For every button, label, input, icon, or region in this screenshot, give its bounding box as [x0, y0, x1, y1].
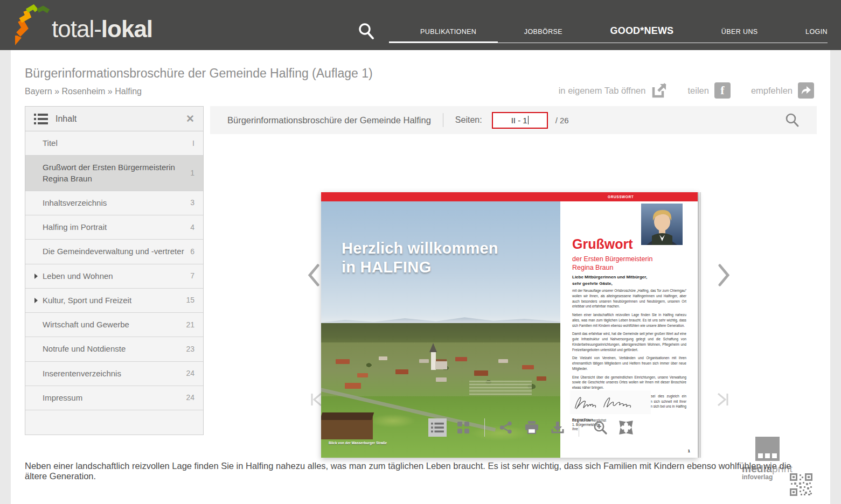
grusswort-subtitle: der Ersten BürgermeisterinRegina Braun [572, 255, 652, 272]
last-page-icon[interactable] [717, 393, 729, 407]
page-total: / 26 [555, 116, 569, 125]
red-header-bar: GRUSSWORT [560, 192, 698, 201]
toc-item-inserenten[interactable]: Inserentenverzeichnis 24 [25, 362, 203, 386]
viewer-title: Bürgerinformationsbroschüre der Gemeinde… [227, 115, 431, 125]
open-in-tab-label: in eigenem Tab öffnen [559, 86, 646, 96]
cover-headline: Herzlich willkommen in HALFING [342, 239, 498, 277]
nav-ueber-uns[interactable]: ÜBER UNS [721, 28, 758, 36]
breadcrumb[interactable]: Bayern » Rosenheim » Halfing [25, 87, 142, 96]
share-facebook-link[interactable]: teilen f [687, 82, 730, 99]
toc-item-kultur-sport-freizeit[interactable]: Kultur, Sport und Freizeit 15 [25, 289, 203, 313]
page-number-input[interactable]: II - 1 [492, 112, 548, 129]
recommend-label: empfehlen [751, 86, 793, 96]
zoom-in-icon[interactable] [591, 418, 609, 437]
mediaprint-icon [755, 437, 780, 461]
divider [579, 418, 579, 437]
logo-text: total-lokal [52, 17, 152, 45]
thumbnail-grid-icon[interactable] [454, 418, 472, 437]
text-caret [528, 116, 529, 124]
share-icon[interactable] [497, 418, 515, 437]
download-icon[interactable] [548, 418, 567, 437]
previous-page-arrow[interactable] [307, 263, 320, 287]
external-link-icon [651, 82, 667, 99]
nav-login[interactable]: LOGIN [805, 28, 828, 36]
toc-item-impressum[interactable]: Impressum 24 [25, 386, 203, 410]
nav-goodnews[interactable]: GOOD*NEWS [610, 25, 674, 37]
list-icon [34, 113, 48, 125]
forward-arrow-icon [798, 82, 814, 99]
toc-view-icon[interactable] [428, 418, 447, 437]
toc-header: Inhalt ✕ [25, 106, 203, 131]
signature-image [570, 390, 651, 414]
nav-publikationen[interactable]: PUBLIKATIONEN [420, 28, 476, 36]
toc-item-leben-und-wohnen[interactable]: Leben und Wohnen 7 [25, 264, 203, 289]
fullscreen-icon[interactable] [617, 418, 635, 437]
grusswort-title: Grußwort [572, 236, 633, 252]
toc-item-portrait[interactable]: Halfing im Portrait 4 [25, 215, 203, 240]
expand-arrow-icon[interactable] [34, 298, 38, 303]
toc-item-wirtschaft[interactable]: Wirtschaft und Gewerbe 21 [25, 313, 203, 337]
village-illustration [321, 342, 560, 399]
close-icon[interactable]: ✕ [186, 114, 194, 124]
divider [443, 113, 443, 127]
toc-item-titel[interactable]: Titel I [25, 131, 203, 156]
viewer-search-icon[interactable] [784, 113, 800, 128]
page-actions: in eigenem Tab öffnen teilen f empfehlen [559, 82, 814, 99]
content-panel: Bürgerinformationsbroschüre der Gemeinde… [11, 50, 830, 504]
toc-item-grusswort[interactable]: Grußwort der Ersten Bürgermeisterin Regi… [25, 156, 203, 191]
chapter-label: GRUSSWORT [608, 195, 634, 199]
toc-item-inhaltsverzeichnis[interactable]: Inhaltsverzeichnis 3 [25, 191, 203, 215]
total-lokal-logo[interactable]: total-lokal [13, 4, 152, 45]
pages-label: Seiten: [455, 115, 482, 125]
recommend-link[interactable]: empfehlen [751, 82, 814, 99]
mayor-portrait-photo [641, 204, 683, 245]
main-nav: PUBLIKATIONEN JOBBÖRSE GOOD*NEWS ÜBER UN… [420, 25, 828, 43]
open-in-tab-link[interactable]: in eigenem Tab öffnen [559, 82, 668, 99]
table-of-contents: Inhalt ✕ Titel I Grußwort der Ersten Bür… [25, 106, 204, 435]
toc-item-notrufe[interactable]: Notrufe und Notdienste 23 [25, 337, 203, 361]
share-label: teilen [687, 86, 708, 96]
page-number: 1 [688, 449, 690, 453]
toc-title: Inhalt [55, 114, 186, 124]
viewer-header: Bürgerinformationsbroschüre der Gemeinde… [210, 106, 817, 134]
salutation: Liebe Mitbürgerinnen und Mitbürger,sehr … [572, 274, 647, 287]
toc-item-gemeindeverwaltung[interactable]: Die Gemeindeverwaltung und -vertreter 6 [25, 240, 203, 264]
church-tower [431, 352, 436, 370]
qr-code[interactable] [790, 473, 812, 496]
divider [484, 418, 485, 437]
logo-zigzag-icon [13, 4, 52, 45]
print-icon[interactable] [523, 418, 541, 437]
red-header-bar [321, 192, 560, 201]
viewer-toolbar [428, 418, 635, 437]
site-header: total-lokal PUBLIKATIONEN JOBBÖRSE GOOD*… [0, 0, 841, 50]
header-search-icon[interactable] [357, 22, 376, 41]
facebook-icon: f [714, 82, 731, 99]
expand-arrow-icon[interactable] [34, 274, 38, 279]
toc-empty-row [25, 410, 203, 435]
next-page-arrow[interactable] [718, 263, 731, 287]
nav-jobboerse[interactable]: JOBBÖRSE [524, 28, 562, 36]
viewer-stage: Herzlich willkommen in HALFING Blick von… [210, 134, 817, 459]
page-title: Bürgerinformationsbroschüre der Gemeinde… [25, 66, 373, 81]
photo-caption: Blick von der Wasserburger Straße [329, 441, 387, 445]
footer-quote: Neben einer landschaftlich reizvollen La… [25, 461, 801, 481]
